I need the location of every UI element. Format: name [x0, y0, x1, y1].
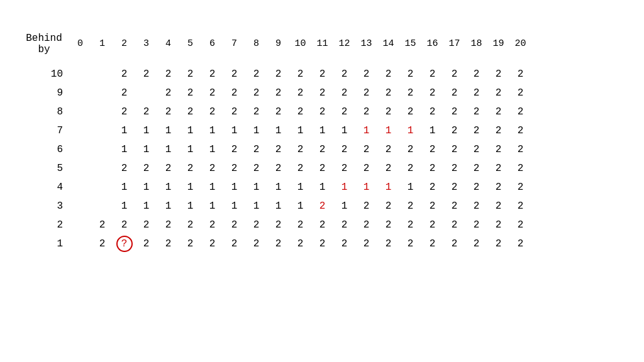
- cell-r9-c8: 2: [245, 234, 267, 253]
- cell-r3-c0: [69, 121, 91, 140]
- cell-r5-c1: [91, 159, 113, 178]
- cell-r1-c7: 2: [223, 84, 245, 102]
- cell-r6-c0: [69, 178, 91, 197]
- cell-r1-c5: 2: [179, 84, 201, 102]
- cell-r1-c4: 2: [157, 84, 179, 102]
- cell-r7-c11: 2: [311, 197, 333, 216]
- cell-r5-c8: 2: [245, 159, 267, 178]
- cell-r6-c15: 1: [399, 178, 421, 197]
- cell-r0-c13: 2: [355, 65, 377, 84]
- cell-r7-c17: 2: [443, 197, 465, 216]
- cell-r0-c6: 2: [201, 65, 223, 84]
- cell-r3-c15: 1: [399, 121, 421, 140]
- cell-r8-c18: 2: [465, 216, 487, 234]
- cell-r4-c14: 2: [377, 140, 399, 159]
- cell-r2-c19: 2: [487, 102, 509, 121]
- cell-r9-c0: [69, 234, 91, 253]
- col-header-6: 6: [201, 31, 223, 55]
- col-header-13: 13: [355, 31, 377, 55]
- cell-r5-c18: 2: [465, 159, 487, 178]
- col-header-7: 7: [223, 31, 245, 55]
- cell-r1-c17: 2: [443, 84, 465, 102]
- cell-r8-c16: 2: [421, 216, 443, 234]
- cell-r6-c10: 1: [289, 178, 311, 197]
- cell-r1-c10: 2: [289, 84, 311, 102]
- cell-r5-c19: 2: [487, 159, 509, 178]
- cell-r2-c16: 2: [421, 102, 443, 121]
- cell-r9-c19: 2: [487, 234, 509, 253]
- cell-r1-c19: 2: [487, 84, 509, 102]
- cell-r1-c20: 2: [509, 84, 531, 102]
- cell-r1-c1: [91, 84, 113, 102]
- col-header-10: 10: [289, 31, 311, 55]
- cell-r7-c4: 1: [157, 197, 179, 216]
- cell-r4-c2: 1: [113, 140, 135, 159]
- col-header-5: 5: [179, 31, 201, 55]
- cell-r3-c16: 1: [421, 121, 443, 140]
- row-label-9: 9: [19, 84, 69, 102]
- cell-r3-c18: 2: [465, 121, 487, 140]
- cell-r4-c1: [91, 140, 113, 159]
- cell-r3-c5: 1: [179, 121, 201, 140]
- cell-r5-c4: 2: [157, 159, 179, 178]
- col-header-2: 2: [113, 31, 135, 55]
- cell-r5-c7: 2: [223, 159, 245, 178]
- cell-r8-c3: 2: [135, 216, 157, 234]
- cell-r0-c4: 2: [157, 65, 179, 84]
- cell-r6-c17: 2: [443, 178, 465, 197]
- col-header-14: 14: [377, 31, 399, 55]
- row-label-6: 6: [19, 140, 69, 159]
- cell-r5-c14: 2: [377, 159, 399, 178]
- cell-r6-c2: 1: [113, 178, 135, 197]
- col-header-11: 11: [311, 31, 333, 55]
- cell-r2-c4: 2: [157, 102, 179, 121]
- cell-r1-c18: 2: [465, 84, 487, 102]
- cell-r9-c3: 2: [135, 234, 157, 253]
- cell-r5-c5: 2: [179, 159, 201, 178]
- cell-r4-c18: 2: [465, 140, 487, 159]
- cell-r2-c11: 2: [311, 102, 333, 121]
- cell-r3-c7: 1: [223, 121, 245, 140]
- cell-r0-c12: 2: [333, 65, 355, 84]
- cell-r1-c0: [69, 84, 91, 102]
- cell-r2-c14: 2: [377, 102, 399, 121]
- page-container: Behindby01234567891011121314151617181920…: [0, 0, 644, 266]
- cell-r9-c20: 2: [509, 234, 531, 253]
- cell-r4-c12: 2: [333, 140, 355, 159]
- cell-r2-c2: 2: [113, 102, 135, 121]
- cell-r1-c11: 2: [311, 84, 333, 102]
- cell-r2-c0: [69, 102, 91, 121]
- cell-r2-c17: 2: [443, 102, 465, 121]
- col-header-8: 8: [245, 31, 267, 55]
- cell-r8-c2: 2: [113, 216, 135, 234]
- cell-r3-c12: 1: [333, 121, 355, 140]
- cell-r2-c3: 2: [135, 102, 157, 121]
- cell-r4-c10: 2: [289, 140, 311, 159]
- cell-r4-c11: 2: [311, 140, 333, 159]
- table-row: 102222222222222222222: [19, 65, 531, 84]
- cell-r0-c2: 2: [113, 65, 135, 84]
- cell-r9-c15: 2: [399, 234, 421, 253]
- cell-r0-c3: 2: [135, 65, 157, 84]
- cell-r1-c8: 2: [245, 84, 267, 102]
- cell-r7-c1: [91, 197, 113, 216]
- cell-r0-c20: 2: [509, 65, 531, 84]
- cell-r8-c20: 2: [509, 216, 531, 234]
- cell-r3-c2: 1: [113, 121, 135, 140]
- cell-r7-c7: 1: [223, 197, 245, 216]
- row-label-1: 1: [19, 234, 69, 253]
- cell-r4-c7: 2: [223, 140, 245, 159]
- cell-r7-c10: 1: [289, 197, 311, 216]
- cell-r9-c7: 2: [223, 234, 245, 253]
- cell-r3-c14: 1: [377, 121, 399, 140]
- table-row: 9222222222222222222: [19, 84, 531, 102]
- cell-r9-c5: 2: [179, 234, 201, 253]
- row-label-4: 4: [19, 178, 69, 197]
- cell-r9-c2: ?: [113, 234, 135, 253]
- cell-r0-c0: [69, 65, 91, 84]
- cell-r2-c10: 2: [289, 102, 311, 121]
- cell-r1-c13: 2: [355, 84, 377, 102]
- cell-r0-c16: 2: [421, 65, 443, 84]
- cell-r3-c19: 2: [487, 121, 509, 140]
- cell-r2-c5: 2: [179, 102, 201, 121]
